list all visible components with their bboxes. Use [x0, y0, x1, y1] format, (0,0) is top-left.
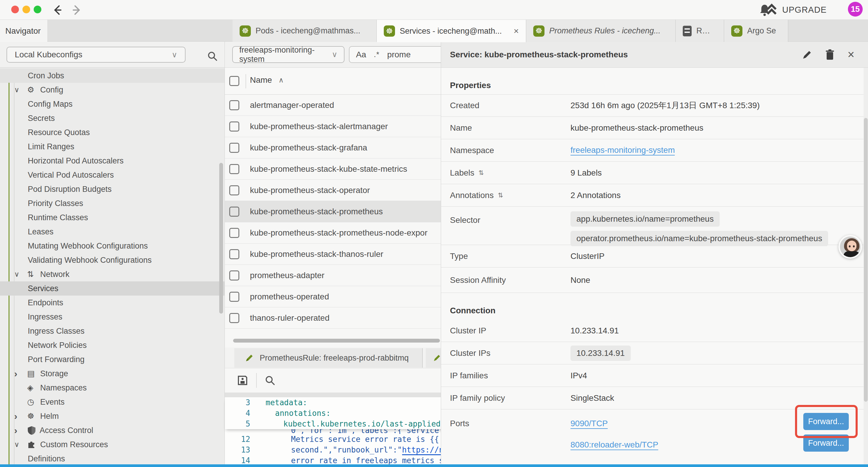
- back-arrow-icon[interactable]: [51, 4, 64, 17]
- property-row-annotations: Annotations⇅ 2 Annotations: [441, 184, 868, 207]
- row-checkbox[interactable]: [229, 228, 239, 238]
- horizontal-scrollbar[interactable]: [233, 339, 440, 343]
- sidebar-tree-item[interactable]: Network Policies: [0, 338, 224, 352]
- search-input[interactable]: Aa .* prome: [349, 46, 446, 63]
- table-row[interactable]: thanos-ruler-operated: [225, 308, 447, 329]
- sidebar-tree-item[interactable]: Priority Classes: [0, 196, 224, 210]
- sidebar-tree-item[interactable]: Vertical Pod Autoscalers: [0, 168, 224, 182]
- forward-arrow-icon[interactable]: [70, 4, 83, 17]
- line-number: 3: [225, 397, 260, 408]
- sidebar-tree-item[interactable]: Custom Resources: [0, 437, 224, 451]
- sidebar-scrollbar[interactable]: [219, 163, 223, 314]
- app-tab[interactable]: ☸ Release Notes: [676, 20, 724, 42]
- sidebar-tree-item[interactable]: Ingresses: [0, 310, 224, 324]
- app-tab[interactable]: ☸ Services - icecheng@math... ×: [377, 20, 526, 42]
- sidebar-tree-item[interactable]: Storage: [0, 367, 224, 381]
- sidebar-tree-item[interactable]: Helm: [0, 409, 224, 423]
- traffic-light-close[interactable]: [11, 6, 19, 13]
- table-row[interactable]: prometheus-operated: [225, 286, 447, 308]
- tab-close-icon[interactable]: ×: [514, 26, 519, 36]
- upgrade-button[interactable]: UPGRADE: [766, 2, 827, 17]
- sidebar-tree-item[interactable]: Cron Jobs: [0, 68, 224, 83]
- chevron-icon: [14, 270, 27, 279]
- sidebar-tree-item[interactable]: Config Maps: [0, 97, 224, 111]
- app-tab[interactable]: ☸ Prometheus Rules - icecheng...: [526, 20, 676, 42]
- table-row[interactable]: kube-prometheus-stack-kube-state-metrics: [225, 158, 447, 180]
- row-checkbox[interactable]: [229, 249, 239, 259]
- port-link-8080[interactable]: 8080:reloader-web/TCP: [570, 440, 658, 450]
- sidebar-tree-item[interactable]: Config: [0, 83, 224, 97]
- regex-toggle[interactable]: .*: [374, 50, 379, 59]
- row-checkbox[interactable]: [229, 164, 239, 174]
- tree-item-icon: [27, 269, 40, 279]
- navigator-tab[interactable]: Navigator: [0, 20, 47, 42]
- table-row[interactable]: alertmanager-operated: [225, 95, 447, 116]
- namespace-link[interactable]: freeleaps-monitoring-system: [570, 145, 675, 155]
- sidebar-tree-item[interactable]: Validating Webhook Configurations: [0, 253, 224, 267]
- close-icon[interactable]: ×: [848, 48, 855, 61]
- sidebar-tree-item[interactable]: Secrets: [0, 111, 224, 125]
- sidebar-search-icon[interactable]: [207, 51, 218, 62]
- traffic-light-minimize[interactable]: [23, 6, 30, 13]
- sidebar-tree-item[interactable]: Namespaces: [0, 381, 224, 395]
- namespace-filter-dropdown[interactable]: freeleaps-monitoring-system ∨: [232, 46, 344, 63]
- editor-search-icon[interactable]: [265, 375, 276, 386]
- table-row[interactable]: kube-prometheus-stack-thanos-ruler: [225, 243, 447, 265]
- sidebar-tree-item[interactable]: Pod Disruption Budgets: [0, 182, 224, 196]
- row-checkbox[interactable]: [229, 292, 239, 302]
- save-icon[interactable]: [237, 375, 248, 386]
- traffic-light-maximize[interactable]: [34, 6, 41, 13]
- sidebar-tree-item[interactable]: Ingress Classes: [0, 324, 224, 338]
- yaml-editor[interactable]: 3metadata: 4annotations: 5kubectl.kubern…: [225, 397, 447, 467]
- match-case-toggle[interactable]: Aa: [356, 50, 366, 59]
- table-row[interactable]: kube-prometheus-stack-operator: [225, 180, 447, 201]
- tree-item-label: Services: [28, 284, 59, 293]
- sidebar-tree-item[interactable]: Limit Ranges: [0, 140, 224, 154]
- row-checkbox[interactable]: [229, 185, 239, 195]
- editor-tab-prometheusrule[interactable]: PrometheusRule: freeleaps-prod-rabbitmq: [234, 348, 423, 368]
- assistant-avatar[interactable]: [838, 235, 862, 259]
- row-checkbox[interactable]: [229, 313, 239, 323]
- app-tab[interactable]: ☸ Pods - icecheng@mathmas...: [232, 20, 377, 42]
- sidebar-tree-item[interactable]: Access Control: [0, 423, 224, 437]
- sidebar-tree-item[interactable]: Resource Quotas: [0, 125, 224, 140]
- panel-scrollbar[interactable]: [864, 118, 868, 402]
- app-tab[interactable]: ☸ Argo Se: [724, 20, 788, 42]
- sidebar-tree-item[interactable]: Mutating Webhook Configurations: [0, 239, 224, 253]
- kubeconfig-selector[interactable]: Local Kubeconfigs ∨: [6, 47, 186, 63]
- avatar-face: [847, 241, 857, 251]
- sidebar-tree-item[interactable]: Horizontal Pod Autoscalers: [0, 154, 224, 168]
- tree-item-label: Network: [40, 270, 69, 279]
- trash-icon[interactable]: [825, 49, 835, 60]
- sidebar-tree-item[interactable]: Port Forwarding: [0, 352, 224, 367]
- table-row[interactable]: kube-prometheus-stack-prometheus: [225, 201, 447, 222]
- table-row[interactable]: prometheus-adapter: [225, 265, 447, 286]
- row-checkbox[interactable]: [229, 143, 239, 153]
- edit-pencil-icon[interactable]: [802, 50, 812, 60]
- sidebar-tree-item[interactable]: Runtime Classes: [0, 210, 224, 225]
- property-row-created: Created 253d 16h 6m ago (2025年1月13日 GMT+…: [441, 94, 868, 117]
- sidebar-tree-item[interactable]: Events: [0, 395, 224, 409]
- row-checkbox[interactable]: [229, 121, 239, 132]
- table-row[interactable]: kube-prometheus-stack-grafana: [225, 137, 447, 158]
- port-link-9090[interactable]: 9090/TCP: [570, 419, 608, 429]
- select-all-checkbox[interactable]: [229, 76, 239, 86]
- sidebar-tree-item[interactable]: Services: [0, 282, 224, 296]
- row-checkbox[interactable]: [229, 100, 239, 110]
- table-row[interactable]: kube-prometheus-stack-prometheus-node-ex…: [225, 222, 447, 243]
- table-row[interactable]: kube-prometheus-stack-alertmanager: [225, 116, 447, 137]
- sidebar-tree-item[interactable]: Network: [0, 267, 224, 282]
- sidebar-tree-item[interactable]: Endpoints: [0, 296, 224, 310]
- service-name: prometheus-adapter: [250, 271, 324, 280]
- annotations-value[interactable]: 2 Annotations: [570, 191, 621, 200]
- sidebar-tree-item[interactable]: Definitions: [0, 451, 224, 466]
- row-checkbox[interactable]: [229, 270, 239, 281]
- sort-toggle-icon[interactable]: ⇅: [478, 169, 484, 177]
- sidebar-tree-item[interactable]: Leases: [0, 225, 224, 239]
- window-titlebar: UPGRADE 15: [0, 0, 868, 20]
- profile-badge[interactable]: 15: [848, 2, 863, 17]
- labels-value[interactable]: 9 Labels: [570, 168, 602, 178]
- sort-toggle-icon[interactable]: ⇅: [498, 192, 503, 199]
- name-column-header[interactable]: Name ∧: [250, 76, 284, 85]
- row-checkbox[interactable]: [229, 207, 239, 217]
